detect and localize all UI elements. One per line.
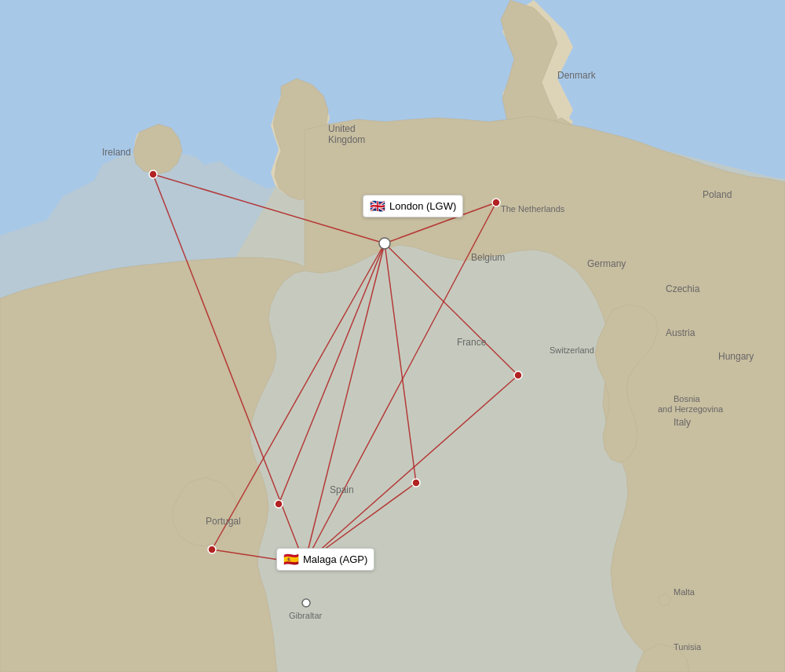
svg-point-13 <box>149 170 157 178</box>
map-container: Ireland United Kingdom Denmark The Nethe… <box>0 0 785 672</box>
svg-text:Spain: Spain <box>330 484 354 495</box>
svg-text:France: France <box>457 337 487 348</box>
svg-text:Hungary: Hungary <box>718 351 754 362</box>
svg-text:Belgium: Belgium <box>471 252 505 263</box>
svg-text:Ireland: Ireland <box>102 147 131 158</box>
map-svg: Ireland United Kingdom Denmark The Nethe… <box>0 0 785 672</box>
svg-text:Bosnia: Bosnia <box>674 394 701 404</box>
svg-text:Malta: Malta <box>674 587 696 597</box>
es-flag: 🇪🇸 <box>283 552 299 567</box>
svg-point-14 <box>492 199 500 206</box>
svg-text:United: United <box>328 123 356 134</box>
svg-text:The Netherlands: The Netherlands <box>501 204 565 214</box>
svg-text:Portugal: Portugal <box>206 516 241 527</box>
svg-point-16 <box>412 479 420 487</box>
svg-text:Czechia: Czechia <box>666 283 700 294</box>
svg-text:Tunisia: Tunisia <box>674 642 702 652</box>
svg-point-15 <box>514 371 522 379</box>
london-lgw-text: London (LGW) <box>389 200 456 212</box>
svg-point-19 <box>379 238 390 249</box>
malaga-agp-text: Malaga (AGP) <box>303 553 367 565</box>
svg-text:Switzerland: Switzerland <box>550 345 594 355</box>
svg-point-18 <box>275 500 283 508</box>
uk-flag: 🇬🇧 <box>370 199 385 214</box>
svg-point-21 <box>302 599 310 607</box>
svg-text:and Herzegovina: and Herzegovina <box>658 404 724 414</box>
svg-text:Poland: Poland <box>703 189 732 200</box>
svg-point-17 <box>208 546 216 553</box>
london-lgw-label: 🇬🇧 London (LGW) <box>363 195 463 217</box>
malaga-agp-label: 🇪🇸 Malaga (AGP) <box>276 548 374 571</box>
svg-text:Germany: Germany <box>587 258 626 269</box>
svg-text:Austria: Austria <box>666 327 696 338</box>
svg-text:Gibraltar: Gibraltar <box>289 611 323 620</box>
svg-text:Italy: Italy <box>674 417 691 428</box>
svg-text:Kingdom: Kingdom <box>328 134 365 145</box>
svg-text:Denmark: Denmark <box>557 70 597 81</box>
